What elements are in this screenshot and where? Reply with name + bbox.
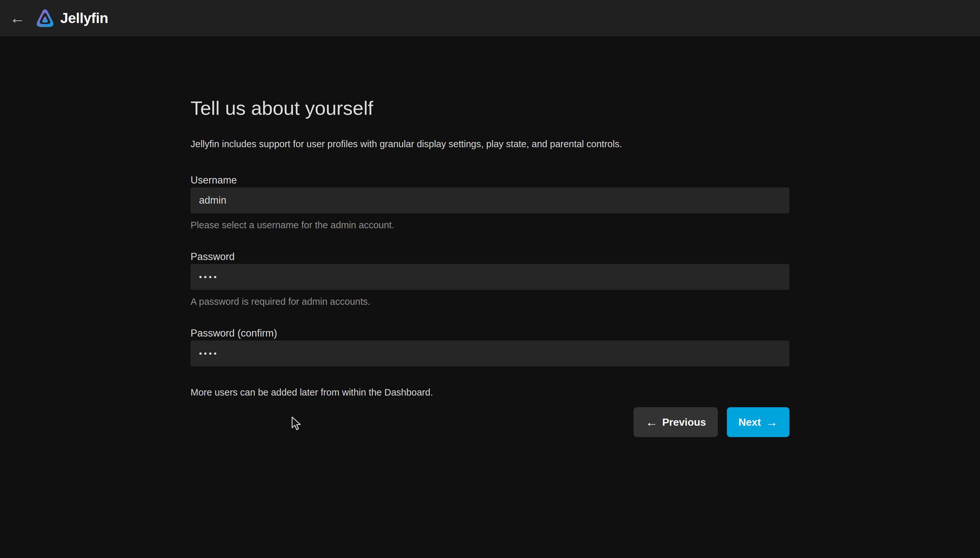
password-label: Password <box>191 251 789 263</box>
app-header: ← Jellyfin <box>0 0 980 36</box>
wizard-button-row: ← Previous Next → <box>191 407 789 437</box>
username-field-group: Username Please select a username for th… <box>191 174 789 231</box>
next-button-label: Next <box>739 416 761 428</box>
page-title: Tell us about yourself <box>191 97 789 120</box>
more-users-note: More users can be added later from withi… <box>191 386 789 399</box>
back-button[interactable]: ← <box>7 8 28 28</box>
next-arrow-icon: → <box>766 416 778 428</box>
app-name: Jellyfin <box>60 10 108 26</box>
page-description: Jellyfin includes support for user profi… <box>191 138 789 151</box>
password-help-text: A password is required for admin account… <box>191 295 789 308</box>
previous-arrow-icon: ← <box>645 416 658 428</box>
password-confirm-label: Password (confirm) <box>191 327 789 339</box>
username-label: Username <box>191 174 789 186</box>
password-input[interactable] <box>191 264 789 290</box>
previous-button-label: Previous <box>662 416 706 428</box>
password-field-group: Password A password is required for admi… <box>191 251 789 308</box>
username-input[interactable] <box>191 187 789 213</box>
next-button[interactable]: Next → <box>727 407 789 437</box>
jellyfin-logo-icon <box>35 8 55 28</box>
previous-button[interactable]: ← Previous <box>633 407 718 437</box>
wizard-page: Tell us about yourself Jellyfin includes… <box>191 36 789 437</box>
back-arrow-icon: ← <box>10 10 25 26</box>
password-confirm-input[interactable] <box>191 340 789 366</box>
password-confirm-field-group: Password (confirm) <box>191 327 789 366</box>
app-logo: Jellyfin <box>35 8 108 28</box>
username-help-text: Please select a username for the admin a… <box>191 218 789 231</box>
